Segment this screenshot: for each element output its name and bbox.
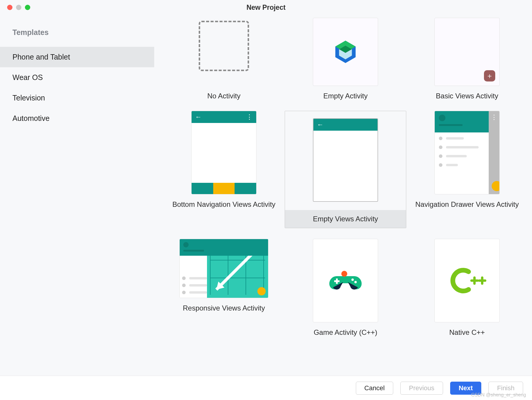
maximize-window-icon[interactable]	[25, 5, 30, 10]
template-label: Responsive Views Activity	[183, 304, 265, 312]
fab-plus-icon: ＋	[484, 70, 495, 81]
sidebar-item-wear-os[interactable]: Wear OS	[0, 67, 154, 88]
next-button[interactable]: Next	[450, 382, 482, 395]
close-window-icon[interactable]	[7, 5, 12, 10]
svg-rect-8	[334, 280, 340, 282]
template-label: Empty Views Activity	[285, 210, 406, 228]
svg-point-9	[351, 279, 354, 281]
svg-point-11	[341, 271, 347, 277]
template-bottom-nav[interactable]: ← ⋮ Bottom Navigation Views Activity	[163, 111, 285, 228]
wizard-footer: Cancel Previous Next Finish	[0, 376, 532, 400]
thumb-no-activity	[191, 18, 257, 86]
app-bar-icon: ←	[313, 119, 378, 131]
template-label: Native C++	[449, 328, 485, 337]
thumb-bottom-nav: ← ⋮	[191, 111, 257, 194]
templates-main: No Activity Empty Activity	[154, 15, 532, 376]
app-bar-icon	[180, 239, 268, 256]
templates-sidebar: Templates Phone and Tablet Wear OS Telev…	[0, 15, 154, 376]
minimize-window-icon[interactable]	[16, 5, 21, 10]
template-game-cpp[interactable]: Game Activity (C++)	[285, 239, 406, 337]
template-basic-views[interactable]: ＋ Basic Views Activity	[406, 18, 528, 100]
svg-point-10	[354, 281, 357, 283]
template-empty-views[interactable]: ← Empty Views Activity	[285, 111, 406, 228]
previous-button: Previous	[400, 382, 443, 395]
fab-icon	[492, 181, 500, 191]
back-arrow-icon: ←	[317, 121, 324, 129]
fab-icon	[257, 287, 266, 295]
template-native-cpp[interactable]: Native C++	[406, 239, 528, 337]
cancel-button[interactable]: Cancel	[356, 382, 393, 395]
template-label: Navigation Drawer Views Activity	[415, 200, 519, 209]
thumb-responsive	[179, 239, 268, 298]
sidebar-item-automotive[interactable]: Automotive	[0, 108, 154, 129]
thumb-empty-views: ←	[313, 118, 378, 202]
new-project-dialog: New Project Templates Phone and Tablet W…	[0, 0, 532, 400]
gamepad-icon	[328, 267, 363, 294]
thumb-game-cpp	[313, 239, 378, 322]
templates-grid: No Activity Empty Activity	[163, 18, 523, 337]
drawer-header-icon	[435, 111, 489, 132]
thumb-basic-views: ＋	[434, 18, 500, 86]
thumb-native-cpp	[434, 239, 500, 322]
template-label: No Activity	[207, 92, 240, 100]
window-title: New Project	[0, 4, 532, 12]
back-arrow-icon: ←	[195, 113, 202, 121]
thumb-empty-activity	[313, 18, 378, 86]
window-controls	[0, 5, 30, 10]
finish-button: Finish	[488, 382, 523, 395]
template-no-activity[interactable]: No Activity	[163, 18, 285, 100]
template-nav-drawer[interactable]: ⋮ Navigation Drawer Views Activity	[406, 111, 528, 228]
template-label: Game Activity (C++)	[314, 328, 378, 337]
responsive-pane-icon	[180, 256, 207, 298]
titlebar: New Project	[0, 0, 532, 15]
template-label: Basic Views Activity	[436, 92, 498, 100]
sidebar-item-television[interactable]: Television	[0, 88, 154, 108]
bottom-nav-icon	[192, 183, 256, 194]
overflow-icon: ⋮	[246, 113, 253, 121]
template-label: Empty Activity	[323, 92, 367, 100]
dialog-body: Templates Phone and Tablet Wear OS Telev…	[0, 15, 532, 376]
sidebar-heading: Templates	[0, 28, 154, 47]
app-bar-icon: ← ⋮	[192, 111, 256, 123]
template-responsive[interactable]: Responsive Views Activity	[163, 239, 285, 337]
dashed-placeholder-icon	[199, 21, 249, 71]
thumb-nav-drawer: ⋮	[434, 111, 500, 194]
template-label: Bottom Navigation Views Activity	[172, 200, 275, 209]
drawer-list-icon	[439, 137, 485, 167]
cpp-icon	[448, 266, 486, 295]
sidebar-item-phone-tablet[interactable]: Phone and Tablet	[0, 47, 154, 67]
jetpack-compose-icon	[332, 39, 359, 65]
template-empty-activity[interactable]: Empty Activity	[285, 18, 406, 100]
